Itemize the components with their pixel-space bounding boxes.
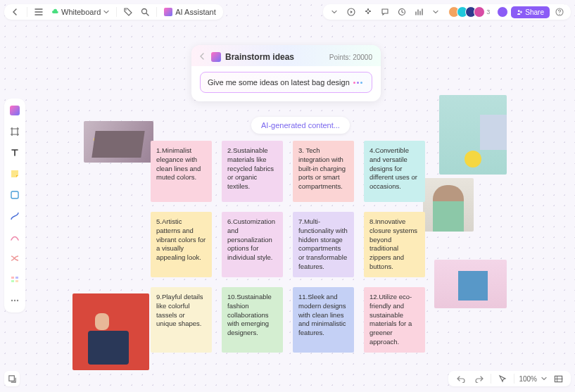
tool-sidebar: [4, 99, 25, 312]
svg-rect-6: [11, 191, 18, 198]
bottom-toolbar: 100%: [448, 371, 571, 386]
cursor-icon[interactable]: [495, 372, 510, 386]
svg-rect-9: [11, 280, 14, 282]
sticky-note-tool-icon[interactable]: [7, 166, 23, 182]
search-icon[interactable]: [138, 5, 152, 19]
more-tools-icon[interactable]: [7, 293, 23, 308]
frame-tool-icon[interactable]: [7, 124, 23, 139]
people-icon: [517, 9, 523, 15]
template-tool-icon[interactable]: [7, 272, 23, 287]
current-user-avatar[interactable]: [497, 6, 508, 18]
ai-logo-icon: [211, 52, 221, 62]
idea-card[interactable]: 3. Tech integration with built-in chargi…: [293, 141, 354, 202]
chevron-down-icon: [103, 9, 109, 15]
idea-card[interactable]: 7.Multi-functionality with hidden storag…: [293, 212, 354, 277]
idea-card[interactable]: 2.Sustainable materials like recycled fa…: [222, 141, 283, 202]
ai-prompt-input[interactable]: Give me some ideas on latest bag design: [200, 72, 372, 93]
topbar-right: 3 Share: [323, 4, 571, 20]
menu-icon[interactable]: [32, 5, 46, 19]
ai-generated-chip[interactable]: AI-generated content...: [251, 117, 350, 134]
layers-panel-icon[interactable]: [4, 371, 20, 386]
document-name-dropdown[interactable]: Whiteboard: [49, 8, 112, 16]
image-woman[interactable]: [423, 178, 474, 232]
svg-rect-14: [8, 375, 13, 380]
help-icon[interactable]: [552, 5, 567, 19]
fit-view-icon[interactable]: [551, 372, 565, 386]
play-icon[interactable]: [344, 5, 358, 19]
ai-brainstorm-card: Brainstorm ideas Points: 20000 Give me s…: [191, 45, 381, 101]
document-name: Whiteboard: [61, 8, 101, 16]
ideas-grid: 1.Minimalist elegance with clean lines a…: [151, 141, 425, 362]
svg-rect-7: [11, 277, 14, 279]
ai-logo-icon: [164, 8, 172, 16]
idea-card[interactable]: 4.Convertible and versatile designs for …: [364, 141, 425, 202]
avatar-extra-count: 3: [486, 8, 490, 15]
ai-assistant-button[interactable]: AI Assistant: [161, 8, 218, 16]
ai-prompt-text: Give me some ideas on latest bag design: [208, 78, 350, 87]
tag-icon[interactable]: [121, 5, 135, 19]
idea-card[interactable]: 6.Customization and personalization opti…: [222, 212, 283, 277]
chevron-down-icon[interactable]: [541, 376, 547, 381]
share-label: Share: [525, 8, 544, 16]
chevron-down-icon[interactable]: [327, 5, 341, 19]
svg-point-0: [125, 9, 127, 11]
text-tool-icon[interactable]: [7, 145, 23, 160]
idea-card[interactable]: 10.Sustainable fashion collaborations wi…: [222, 287, 283, 353]
ai-points: Points: 20000: [329, 53, 372, 61]
svg-rect-8: [15, 277, 18, 279]
chevron-down-icon[interactable]: [429, 5, 443, 19]
svg-point-11: [11, 300, 13, 301]
svg-point-12: [14, 300, 15, 301]
image-mint-bag[interactable]: [439, 95, 507, 175]
sparkle-icon[interactable]: [361, 5, 375, 19]
ai-card-title: Brainstorm ideas: [225, 52, 294, 62]
zoom-level[interactable]: 100%: [519, 375, 537, 383]
shape-tool-icon[interactable]: [7, 187, 23, 203]
ai-assistant-label: AI Assistant: [175, 8, 215, 16]
redo-icon[interactable]: [472, 372, 486, 386]
idea-card[interactable]: 11.Sleek and modern designs with clean l…: [293, 287, 354, 353]
image-tote-bag[interactable]: [434, 260, 507, 308]
image-bag-brown[interactable]: [84, 121, 153, 163]
crossing-tool-icon[interactable]: [7, 251, 23, 266]
collaborator-avatars[interactable]: 3: [448, 6, 490, 18]
idea-card[interactable]: 9.Playful details like colorful tassels …: [151, 287, 212, 353]
back-icon[interactable]: [8, 5, 23, 19]
idea-card[interactable]: 12.Utilize eco-friendly and sustainable …: [364, 287, 425, 353]
pen-tool-icon[interactable]: [7, 229, 23, 245]
idea-card[interactable]: 8.Innovative closure systems beyond trad…: [364, 212, 425, 277]
idea-card[interactable]: 1.Minimalist elegance with clean lines a…: [151, 141, 212, 202]
undo-icon[interactable]: [454, 372, 468, 386]
comment-icon[interactable]: [378, 5, 392, 19]
idea-card[interactable]: 5.Artistic patterns and vibrant colors f…: [151, 212, 212, 277]
history-icon[interactable]: [395, 5, 409, 19]
avatar: [474, 6, 485, 18]
cloud-icon: [51, 8, 58, 15]
svg-point-13: [17, 300, 18, 301]
svg-rect-10: [15, 280, 18, 282]
svg-point-4: [518, 10, 520, 12]
ai-loading-dots-icon: [353, 79, 366, 86]
topbar-left: Whiteboard AI Assistant: [4, 4, 223, 20]
svg-point-1: [142, 9, 147, 14]
ai-tool-icon[interactable]: [7, 103, 23, 118]
image-red-person-bag[interactable]: [72, 293, 149, 370]
chart-icon[interactable]: [412, 5, 426, 19]
share-button[interactable]: Share: [511, 6, 550, 18]
ai-back-icon[interactable]: [200, 53, 206, 61]
connector-tool-icon[interactable]: [7, 208, 23, 224]
